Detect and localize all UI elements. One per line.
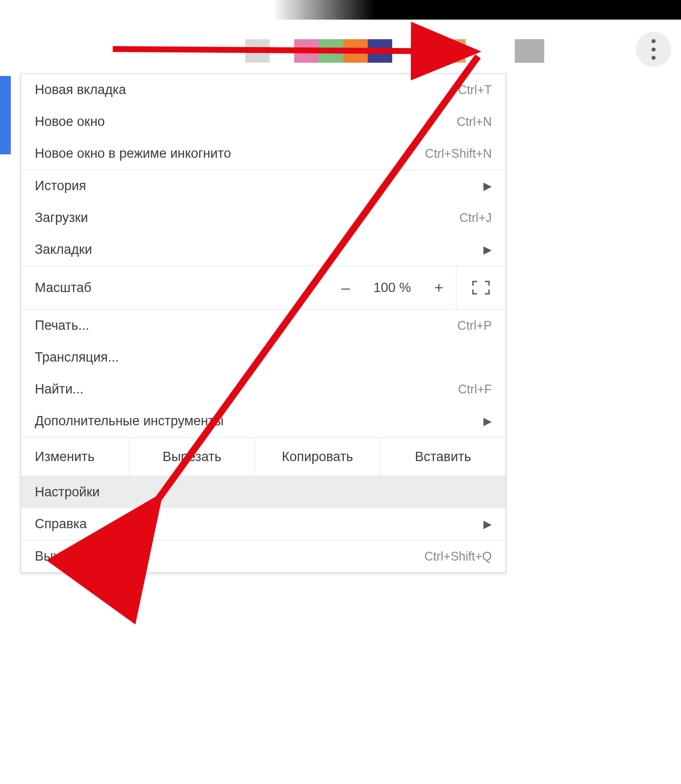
chevron-right-icon: ▶ (483, 518, 492, 531)
zoom-in-button[interactable]: + (422, 279, 456, 297)
menu-item-downloads[interactable]: Загрузки Ctrl+J (21, 202, 505, 234)
kebab-dot-icon (652, 56, 656, 60)
menu-item-cast[interactable]: Трансляция... (21, 342, 505, 373)
tab-swatches (245, 39, 490, 63)
kebab-dot-icon (652, 39, 656, 43)
menu-item-new-incognito[interactable]: Новое окно в режиме инкогнито Ctrl+Shift… (21, 138, 505, 170)
menu-item-new-tab[interactable]: Новая вкладка Ctrl+T (21, 74, 505, 106)
chevron-right-icon: ▶ (483, 244, 492, 256)
edit-cut-button[interactable]: Вырезать (129, 438, 254, 476)
menu-item-new-window[interactable]: Новое окно Ctrl+N (21, 106, 505, 138)
menu-item-exit[interactable]: Выход Ctrl+Shift+Q (21, 540, 505, 572)
menu-label: Найти... (35, 382, 84, 397)
edit-paste-button[interactable]: Вставить (380, 438, 505, 476)
menu-label: История (35, 178, 86, 194)
menu-label: Выход (35, 549, 75, 564)
kebab-dot-icon (652, 48, 656, 51)
menu-label: Новое окно (35, 114, 105, 129)
edit-copy-button[interactable]: Копировать (254, 438, 380, 476)
menu-shortcut: Ctrl+Shift+N (425, 147, 492, 161)
menu-label: Новое окно в режиме инкогнито (35, 146, 231, 161)
menu-item-history[interactable]: История ▶ (21, 170, 505, 202)
menu-item-help[interactable]: Справка ▶ (21, 508, 505, 540)
menu-label: Справка (35, 516, 87, 532)
menu-shortcut: Ctrl+N (456, 115, 492, 129)
menu-label: Новая вкладка (35, 82, 126, 98)
menu-label: Дополнительные инструменты (35, 414, 224, 429)
menu-item-more-tools[interactable]: Дополнительные инструменты ▶ (21, 405, 505, 437)
menu-shortcut: Ctrl+Shift+Q (424, 549, 492, 564)
fullscreen-button[interactable] (456, 266, 505, 309)
menu-label: Трансляция... (35, 350, 119, 365)
menu-shortcut: Ctrl+J (459, 211, 492, 225)
zoom-out-button[interactable]: – (328, 279, 363, 297)
menu-label: Закладки (35, 242, 92, 257)
menu-shortcut: Ctrl+T (458, 83, 492, 97)
zoom-label: Масштаб (35, 280, 328, 295)
chevron-right-icon: ▶ (483, 415, 492, 428)
fullscreen-icon (472, 281, 490, 294)
chrome-menu-button[interactable] (636, 32, 671, 67)
menu-label: Загрузки (35, 210, 88, 225)
menu-item-find[interactable]: Найти... Ctrl+F (21, 373, 505, 405)
title-bar-gradient (0, 0, 681, 20)
menu-item-settings[interactable]: Настройки (21, 476, 505, 508)
menu-shortcut: Ctrl+F (458, 382, 492, 396)
zoom-value: 100 % (363, 280, 422, 295)
extension-swatch (515, 39, 544, 63)
menu-label: Печать... (35, 318, 89, 333)
menu-item-bookmarks[interactable]: Закладки ▶ (21, 234, 505, 266)
menu-item-print[interactable]: Печать... Ctrl+P (21, 310, 505, 342)
menu-label: Настройки (35, 485, 100, 500)
menu-item-edit: Изменить Вырезать Копировать Вставить (21, 438, 505, 476)
page-blue-strip (0, 76, 11, 154)
chrome-main-menu: Новая вкладка Ctrl+T Новое окно Ctrl+N Н… (21, 74, 506, 573)
edit-label: Изменить (21, 438, 129, 476)
chevron-right-icon: ▶ (483, 180, 492, 193)
menu-item-zoom: Масштаб – 100 % + (21, 266, 505, 309)
menu-shortcut: Ctrl+P (457, 318, 492, 333)
